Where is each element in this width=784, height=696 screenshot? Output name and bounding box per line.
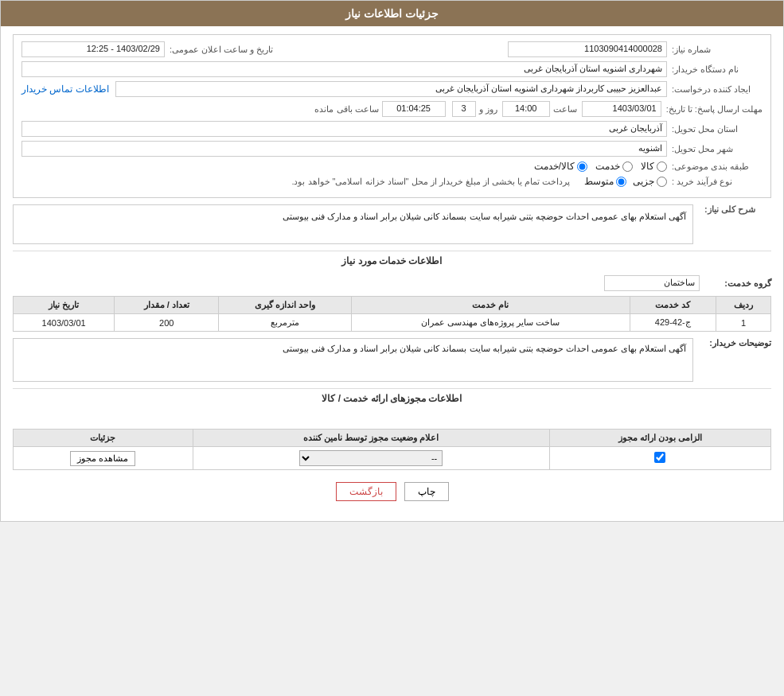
table-row: 1 ج-42-429 ساخت سایر پروژه‌های مهندسی عم… [14,314,771,332]
shomare-niaz-label: شماره نیاز: [667,45,763,55]
sharh-label: شرح کلی نیاز: [700,204,771,215]
row-ijad-konande: ایجاد کننده درخواست: عبدالعزیز حبیبی کار… [21,81,763,97]
footer-buttons: چاپ بازگشت [13,470,771,513]
sharh-section: شرح کلی نیاز: آگهی استعلام بهای عمومی اح… [13,204,771,244]
tarikh-value: 1403/02/29 - 12:25 [21,41,165,57]
elzami-checkbox[interactable] [654,452,665,463]
row-tabaqe: طبقه بندی موضوعی: کالا خدمت کالا/خدمت [21,161,763,172]
contact-info-link[interactable]: اطلاعات تماس خریدار [21,84,109,95]
tabaqe-kala-khedmat-item: کالا/خدمت [534,161,587,172]
cell-tedad: 200 [115,314,219,332]
ostan-label: استان محل تحویل: [667,124,763,134]
permits-joziat: مشاهده مجوز [14,447,193,470]
tabaqe-label: طبقه بندی موضوعی: [667,161,763,172]
main-form: شماره نیاز: 1103090414000028 تاریخ و ساع… [13,34,771,198]
ostan-value: آذربایجان غربی [21,121,667,137]
sharh-value: آگهی استعلام بهای عمومی احداث حوضچه بتنی… [13,204,693,244]
farayand-motovaset-item: متوسط [584,176,626,187]
tabaqe-khedmat-label: خدمت [595,161,620,172]
mohlat-label: مهلت ارسال پاسخ: تا تاریخ: [661,104,763,115]
ijad-konande-value: عبدالعزیز حبیبی کاربرداز شهرداری اشنویه … [115,81,667,97]
page-header: جزئیات اطلاعات نیاز [1,1,783,26]
row-ostan: استان محل تحویل: آذربایجان غربی [21,121,763,137]
farayand-jozii-item: جزیی [633,176,667,187]
grohe-khedmat-label: گروه خدمت: [700,278,771,289]
permits-vaziat: -- [193,447,549,470]
tabaqe-kala-khedmat-label: کالا/خدمت [534,161,575,172]
farayand-jozii-label: جزیی [633,176,654,187]
mohlat-date: 1403/03/01 [582,101,661,117]
tabaqe-khedmat-item: خدمت [595,161,633,172]
col-vahed: واحد اندازه گیری [219,297,352,314]
mohlat-time: 14:00 [502,101,550,117]
permits-col-vaziat: اعلام وضعیت مجوز توسط نامین کننده [193,430,549,447]
permits-col-elzami: الزامی بودن ارائه مجوز [549,430,770,447]
buyer-desc-value: آگهی استعلام بهای عمومی احداث حوضچه بتنی… [13,338,693,382]
cell-tarikh: 1403/03/01 [14,314,115,332]
permits-table: الزامی بودن ارائه مجوز اعلام وضعیت مجوز … [13,429,771,470]
services-table: ردیف کد خدمت نام خدمت واحد اندازه گیری ت… [13,296,771,332]
mohlat-remaining: 01:04:25 [382,101,446,117]
permits-row: -- مشاهده مجوز [14,447,771,470]
mohlat-remaining-label: ساعت باقی مانده [314,104,378,115]
print-button[interactable]: چاپ [404,482,449,501]
grohe-khedmat-value: ساختمان [604,275,700,291]
view-permit-button[interactable]: مشاهده مجوز [70,451,135,466]
noe-farayand-label: نوع فرآیند خرید : [667,177,763,187]
shomare-niaz-value: 1103090414000028 [508,41,667,57]
col-nam: نام خدمت [351,297,630,314]
col-tarikh: تاریخ نیاز [14,297,115,314]
tabaqe-radio-group: کالا خدمت کالا/خدمت [534,161,667,172]
permits-elzami [549,447,770,470]
shahr-value: اشنویه [21,141,667,157]
cell-radif: 1 [716,314,770,332]
farayand-note: پرداخت تمام یا بخشی از مبلغ خریدار از مح… [291,177,570,187]
back-button[interactable]: بازگشت [336,482,396,501]
row-shomare-tarikh: شماره نیاز: 1103090414000028 تاریخ و ساع… [21,41,763,57]
noe-farayand-group: جزیی متوسط پرداخت تمام یا بخشی از مبلغ خ… [21,176,667,187]
khadamat-section-title: اطلاعات خدمات مورد نیاز [13,251,771,270]
tabaqe-khedmat-radio[interactable] [622,161,633,172]
farayand-motovaset-label: متوسط [584,176,614,187]
shahr-label: شهر محل تحویل: [667,144,763,154]
tabaqe-kala-label: کالا [641,161,654,172]
nam-dastgah-value: شهرداری اشنویه استان آذربایجان غربی [21,61,667,77]
farayand-motovaset-radio[interactable] [616,177,626,187]
col-radif: ردیف [716,297,770,314]
permits-section-title: اطلاعات مجوزهای ارائه خدمت / کالا [13,388,771,408]
row-mohlat: مهلت ارسال پاسخ: تا تاریخ: 1403/03/01 سا… [21,101,763,117]
buyer-desc-label: توضیحات خریدار: [700,338,771,348]
cell-nam: ساخت سایر پروژه‌های مهندسی عمران [351,314,630,332]
vaziat-select[interactable]: -- [299,450,443,466]
tarikh-label: تاریخ و ساعت اعلان عمومی: [165,45,273,55]
cell-vahed: مترمربع [219,314,352,332]
permits-col-joziat: جزئیات [14,430,193,447]
mohlat-time-label: ساعت [553,104,577,115]
page-title: جزئیات اطلاعات نیاز [345,7,439,20]
row-noe-farayand: نوع فرآیند خرید : جزیی متوسط پرداخت تمام… [21,176,763,187]
tabaqe-kala-khedmat-radio[interactable] [577,161,587,172]
tabaqe-kala-item: کالا [641,161,667,172]
nam-dastgah-label: نام دستگاه خریدار: [667,64,763,75]
buyer-desc-section: توضیحات خریدار: آگهی استعلام بهای عمومی … [13,338,771,382]
row-grohe-khedmat: گروه خدمت: ساختمان [13,275,771,291]
mohlat-roz-label: روز و [479,104,497,115]
mohlat-roz: 3 [452,101,476,117]
cell-kod: ج-42-429 [630,314,716,332]
col-tedad: تعداد / مقدار [115,297,219,314]
farayand-jozii-radio[interactable] [657,177,667,187]
ijad-konande-label: ایجاد کننده درخواست: [667,84,763,95]
tabaqe-kala-radio[interactable] [657,161,667,172]
row-nam-dastgah: نام دستگاه خریدار: شهرداری اشنویه استان … [21,61,763,77]
row-shahr: شهر محل تحویل: اشنویه [21,141,763,157]
col-kod: کد خدمت [630,297,716,314]
